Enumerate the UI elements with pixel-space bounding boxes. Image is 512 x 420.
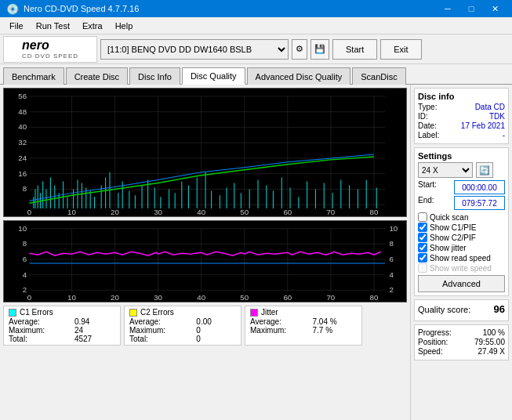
advanced-button[interactable]: Advanced <box>418 275 505 292</box>
speed-label: Speed: <box>418 347 443 356</box>
svg-text:16: 16 <box>18 170 27 178</box>
logo: nero CD·DVD SPEED <box>3 36 97 63</box>
date-value: 17 Feb 2021 <box>461 121 505 130</box>
jitter-label: Jitter <box>261 308 278 317</box>
tab-benchmark[interactable]: Benchmark <box>3 67 64 85</box>
chart-top-svg: 56 48 40 32 24 16 8 0 10 20 30 40 50 60 … <box>4 89 406 216</box>
end-time-input[interactable] <box>454 196 505 210</box>
c1-total-val: 4527 <box>74 335 115 343</box>
title-bar-text: Nero CD-DVD Speed 4.7.7.16 <box>24 4 139 13</box>
toolbar: nero CD·DVD SPEED [11:0] BENQ DVD DD DW1… <box>0 34 512 64</box>
show-read-speed-label: Show read speed <box>430 254 491 262</box>
tab-disc-quality[interactable]: Disc Quality <box>182 67 245 85</box>
tab-disc-info[interactable]: Disc Info <box>129 67 180 85</box>
show-c1-checkbox[interactable] <box>418 223 427 232</box>
svg-text:10: 10 <box>389 225 398 233</box>
svg-text:2: 2 <box>23 287 27 295</box>
c1-label: C1 Errors <box>20 308 53 317</box>
svg-text:50: 50 <box>240 208 249 216</box>
show-c2-label: Show C2/PIF <box>430 234 476 242</box>
c2-total-val: 0 <box>196 335 236 343</box>
svg-text:70: 70 <box>326 294 335 302</box>
disc-label-label: Label: <box>418 131 439 139</box>
c1-avg-val: 0.94 <box>74 317 115 326</box>
show-read-speed-checkbox[interactable] <box>418 253 427 262</box>
disc-label-value: - <box>503 131 505 139</box>
tab-create-disc[interactable]: Create Disc <box>66 67 128 85</box>
show-write-speed-checkbox[interactable] <box>418 263 427 273</box>
svg-text:24: 24 <box>18 154 27 162</box>
show-jitter-label: Show jitter <box>430 244 467 252</box>
svg-text:60: 60 <box>283 294 292 302</box>
position-value: 79:55.00 <box>474 338 505 346</box>
c2-label: C2 Errors <box>140 308 174 317</box>
svg-text:80: 80 <box>370 208 379 216</box>
disc-info-section: Disc info Type: Data CD ID: TDK Date: 17… <box>414 88 509 144</box>
jitter-avg-val: 7.04 % <box>312 317 357 326</box>
menu-run-test[interactable]: Run Test <box>30 20 76 32</box>
chart-bottom: 10 8 6 4 2 10 8 6 4 2 0 10 20 30 40 50 <box>3 220 407 302</box>
c1-total-label: Total: <box>9 335 68 343</box>
c2-color-box <box>129 309 137 317</box>
settings-section: Settings 24 X Max 4 X 8 X 16 X 32 X 40 X… <box>414 147 509 296</box>
svg-text:8: 8 <box>389 241 393 248</box>
id-value: TDK <box>489 112 505 121</box>
svg-text:40: 40 <box>197 208 205 216</box>
close-button[interactable]: ✕ <box>484 2 506 16</box>
c2-max-label: Maximum: <box>129 326 190 335</box>
exit-button[interactable]: Exit <box>380 39 421 60</box>
quality-score-value: 96 <box>494 303 505 315</box>
svg-text:80: 80 <box>370 294 379 302</box>
settings-title: Settings <box>418 151 505 161</box>
right-panel: Disc info Type: Data CD ID: TDK Date: 17… <box>410 85 512 420</box>
tab-scandisc[interactable]: ScanDisc <box>352 67 405 85</box>
menu-extra[interactable]: Extra <box>76 20 109 32</box>
end-label: End: <box>418 196 434 210</box>
legend-jitter: Jitter Average: 7.04 % Maximum: 7.7 % <box>245 306 362 346</box>
show-c2-checkbox[interactable] <box>418 233 427 242</box>
svg-text:32: 32 <box>18 139 27 147</box>
speed-select[interactable]: 24 X Max 4 X 8 X 16 X 32 X 40 X 48 X <box>418 162 473 178</box>
svg-text:30: 30 <box>154 208 162 216</box>
id-label: ID: <box>418 112 428 121</box>
svg-text:40: 40 <box>197 294 205 302</box>
svg-text:8: 8 <box>23 241 27 248</box>
svg-text:20: 20 <box>111 208 119 216</box>
svg-text:4: 4 <box>23 271 27 279</box>
c2-total-label: Total: <box>129 335 190 343</box>
menu-file[interactable]: File <box>3 20 30 32</box>
minimize-button[interactable]: ─ <box>437 2 459 16</box>
tab-advanced-disc-quality[interactable]: Advanced Disc Quality <box>247 67 351 85</box>
c1-avg-label: Average: <box>9 317 68 326</box>
main-content: 56 48 40 32 24 16 8 0 10 20 30 40 50 60 … <box>0 85 512 420</box>
type-label: Type: <box>418 103 437 111</box>
menu-help[interactable]: Help <box>109 20 140 32</box>
app-icon: 💿 <box>6 3 19 15</box>
title-bar-controls: ─ □ ✕ <box>437 2 506 16</box>
quick-scan-checkbox[interactable] <box>418 212 427 222</box>
toolbar-icon-btn1[interactable]: ⚙ <box>292 39 307 60</box>
refresh-button[interactable]: 🔄 <box>476 162 493 178</box>
jitter-max-label: Maximum: <box>250 326 306 335</box>
toolbar-icon-btn2[interactable]: 💾 <box>310 39 329 60</box>
svg-text:0: 0 <box>27 294 31 302</box>
drive-select[interactable]: [11:0] BENQ DVD DD DW1640 BSLB <box>100 39 289 60</box>
start-button[interactable]: Start <box>332 39 377 60</box>
svg-text:20: 20 <box>111 294 119 302</box>
start-label: Start: <box>418 180 437 194</box>
position-label: Position: <box>418 338 448 346</box>
show-write-speed-label: Show write speed <box>430 264 492 273</box>
c1-max-val: 24 <box>74 326 115 335</box>
svg-text:6: 6 <box>389 255 393 263</box>
menu-bar: File Run Test Extra Help <box>0 17 512 34</box>
speed-value: 27.49 X <box>478 347 505 356</box>
tabs: Benchmark Create Disc Disc Info Disc Qua… <box>0 64 512 85</box>
progress-value: 100 % <box>483 328 505 337</box>
maximize-button[interactable]: □ <box>460 2 482 16</box>
show-jitter-checkbox[interactable] <box>418 243 427 252</box>
svg-text:56: 56 <box>18 92 27 100</box>
svg-text:4: 4 <box>389 271 393 279</box>
svg-text:10: 10 <box>67 208 76 216</box>
logo-nero: nero <box>22 38 78 52</box>
start-time-input[interactable] <box>454 180 505 194</box>
